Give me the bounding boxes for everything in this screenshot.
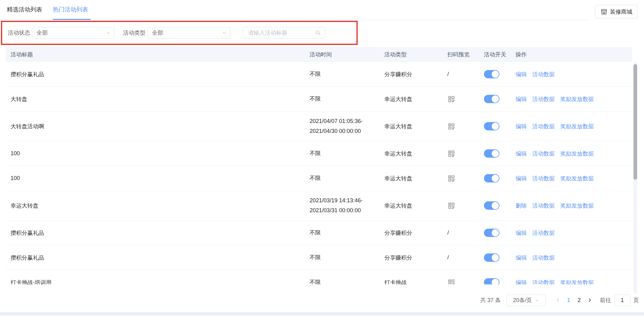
action-link[interactable]: 编辑: [516, 71, 527, 78]
activity-switch-toggle[interactable]: [484, 229, 499, 237]
table-row: 100 不限 幸运大转盘 编辑活动数据奖励发放数据: [6, 141, 632, 166]
page-number-1[interactable]: 1: [563, 297, 574, 304]
chevron-down-icon: [222, 30, 227, 35]
activity-switch-toggle[interactable]: [484, 95, 499, 103]
action-link[interactable]: 编辑: [516, 95, 527, 103]
chevron-down-icon: [534, 298, 539, 303]
table-row: 大转盘 不限 幸运大转盘 编辑活动数据奖励发放数据: [6, 87, 632, 112]
qr-code-icon[interactable]: [447, 95, 455, 103]
activity-time-cell: 2021/03/19 14:13:46-2021/03/31 00:00:00: [304, 196, 379, 215]
col-header-activity-time: 活动时间: [304, 51, 379, 58]
qr-preview-cell: /: [442, 71, 479, 77]
action-link[interactable]: 编辑: [516, 254, 527, 261]
qr-code-icon[interactable]: [447, 279, 455, 285]
action-link[interactable]: 奖励发放数据: [560, 123, 594, 130]
row-actions: 编辑活动数据奖励发放数据: [511, 123, 632, 130]
action-link[interactable]: 活动数据: [532, 202, 555, 209]
activity-status-select[interactable]: 全部: [32, 27, 114, 39]
activity-type-label: 活动类型: [123, 29, 145, 37]
goto-page-label: 前往: [600, 296, 611, 304]
scrollbar-thumb[interactable]: [633, 64, 637, 180]
search-icon[interactable]: [315, 30, 321, 36]
qr-code-icon[interactable]: [447, 122, 455, 130]
action-link[interactable]: 编辑: [516, 175, 527, 182]
activity-type-cell: 幸运大转盘: [379, 123, 442, 130]
activity-switch-toggle[interactable]: [484, 278, 499, 284]
row-actions: 删除活动数据奖励发放数据: [511, 202, 632, 209]
tab-featured-activity-list[interactable]: 精选活动列表: [7, 6, 42, 14]
activity-switch-toggle[interactable]: [484, 174, 499, 182]
action-link[interactable]: 活动数据: [532, 123, 555, 130]
activity-title-cell: 幸运大转盘: [6, 202, 304, 209]
action-link[interactable]: 奖励发放数据: [560, 202, 594, 209]
activity-title-cell: 攒积分赢礼品: [6, 71, 304, 78]
activity-time-cell: 不限: [304, 69, 379, 79]
row-actions: 编辑活动数据: [511, 229, 632, 237]
page-size-select[interactable]: 20条/页: [506, 295, 546, 306]
decorate-mall-button[interactable]: 装修商城: [595, 5, 638, 18]
activity-time-cell: 不限: [304, 253, 379, 263]
activity-type-cell: 分享赚积分: [379, 71, 442, 78]
activity-title-cell: 攒积分赢礼品: [6, 254, 304, 261]
qr-code-icon[interactable]: [447, 174, 455, 182]
shop-icon: [601, 8, 607, 15]
no-preview-slash: /: [447, 71, 449, 77]
page-number-2[interactable]: 2: [574, 297, 584, 304]
action-link[interactable]: 编辑: [516, 123, 527, 130]
row-actions: 编辑活动数据: [511, 71, 632, 78]
action-link[interactable]: 奖励发放数据: [560, 279, 594, 285]
activity-switch-toggle[interactable]: [484, 253, 499, 262]
table-row: 打卡挑战-培训用 不限 打卡挑战 编辑活动数据奖励发放数据: [6, 270, 632, 284]
activity-type-cell: 打卡挑战: [379, 279, 442, 285]
action-link[interactable]: 活动数据: [532, 71, 555, 78]
activity-type-cell: 分享赚积分: [379, 229, 442, 237]
pagination: 共 37 条 20条/页 1 2 前往 页: [480, 294, 639, 307]
qr-preview-cell: [442, 95, 479, 103]
qr-preview-cell: [442, 122, 479, 130]
qr-code-icon[interactable]: [447, 202, 455, 210]
activity-switch-toggle[interactable]: [484, 70, 499, 78]
activity-switch-toggle[interactable]: [484, 149, 499, 158]
row-actions: 编辑活动数据奖励发放数据: [511, 279, 632, 285]
qr-preview-cell: [442, 279, 479, 285]
activity-title-cell: 大转盘活动啊: [6, 123, 304, 130]
activity-type-cell: 分享赚积分: [379, 254, 442, 261]
decorate-mall-label: 装修商城: [610, 8, 632, 15]
action-link[interactable]: 编辑: [516, 279, 527, 285]
table-row: 幸运大转盘 2021/03/19 14:13:46-2021/03/31 00:…: [6, 191, 632, 221]
action-link[interactable]: 活动数据: [532, 279, 555, 285]
col-header-activity-title: 活动标题: [6, 51, 304, 58]
action-link[interactable]: 活动数据: [532, 150, 555, 157]
qr-code-icon[interactable]: [447, 150, 455, 158]
action-link[interactable]: 奖励发放数据: [560, 150, 594, 157]
action-link[interactable]: 活动数据: [532, 229, 555, 237]
action-link[interactable]: 活动数据: [532, 254, 555, 261]
no-preview-slash: /: [447, 230, 449, 236]
activity-type-cell: 幸运大转盘: [379, 150, 442, 157]
next-page-button[interactable]: [584, 297, 595, 303]
activity-time-cell: 不限: [304, 228, 379, 238]
activity-title-cell: 100: [6, 150, 304, 157]
prev-page-button[interactable]: [553, 297, 563, 303]
no-preview-slash: /: [447, 254, 449, 261]
action-link[interactable]: 奖励发放数据: [560, 175, 594, 182]
activity-title-cell: 100: [6, 175, 304, 182]
action-link[interactable]: 奖励发放数据: [560, 95, 594, 103]
tab-bar: 精选活动列表 热门活动列表 装修商城: [0, 0, 644, 20]
action-link[interactable]: 编辑: [516, 150, 527, 157]
activity-switch-toggle[interactable]: [484, 122, 499, 130]
action-link[interactable]: 编辑: [516, 229, 527, 237]
activity-title-cell: 攒积分赢礼品: [6, 229, 304, 237]
goto-page-input[interactable]: [614, 295, 630, 306]
action-link[interactable]: 活动数据: [532, 175, 555, 182]
activity-switch-toggle[interactable]: [484, 201, 499, 210]
table-row: 100 不限 幸运大转盘 编辑活动数据奖励发放数据: [6, 166, 632, 191]
action-link[interactable]: 删除: [516, 202, 527, 209]
row-actions: 编辑活动数据奖励发放数据: [511, 150, 632, 157]
tab-hot-activity-list[interactable]: 热门活动列表: [53, 6, 88, 14]
activity-time-cell: 2021/04/07 01:05:36-2021/04/30 00:00:00: [304, 116, 379, 136]
action-link[interactable]: 活动数据: [532, 95, 555, 103]
activity-type-select[interactable]: 全部: [147, 27, 230, 39]
activity-type-value: 全部: [152, 29, 163, 37]
activity-title-search-input[interactable]: [248, 29, 308, 37]
